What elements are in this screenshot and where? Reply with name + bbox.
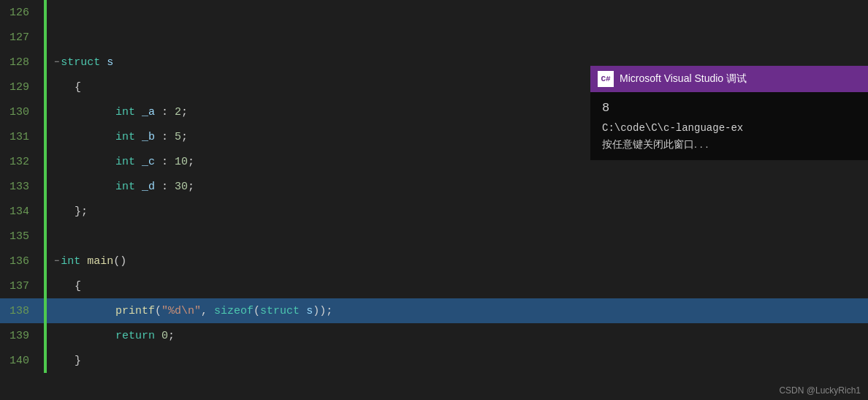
line-133: 133 int _d : 30 ; <box>0 174 868 199</box>
output-path: C:\code\C\c-language-ex <box>602 122 856 134</box>
line-127: 127 <box>0 25 868 50</box>
line-number: 134 <box>0 205 44 218</box>
line-number: 140 <box>0 355 44 367</box>
struct-ref: s <box>306 305 313 317</box>
line-number: 135 <box>0 230 44 243</box>
line-140: 140 } <box>0 348 868 373</box>
line-content: { <box>47 280 81 293</box>
line-content: int _c : 10 ; <box>47 156 194 168</box>
line-content: − struct s <box>47 56 113 69</box>
green-bar <box>44 25 47 50</box>
function-name: main <box>87 255 113 268</box>
keyword-int: int <box>115 181 135 193</box>
line-content: int _a : 2 ; <box>47 106 188 118</box>
green-bar <box>44 0 47 25</box>
field-name: _b <box>142 131 155 143</box>
field-value: 10 <box>175 156 188 168</box>
collapse-icon[interactable]: − <box>54 57 59 67</box>
open-brace: { <box>75 81 81 94</box>
field-value: 5 <box>175 131 181 143</box>
code-area: 126 127 128 − struct s 129 <box>0 0 868 400</box>
keyword-int: int <box>115 131 135 143</box>
line-number: 130 <box>0 106 44 118</box>
line-number: 132 <box>0 156 44 168</box>
field-name: _c <box>142 156 155 168</box>
line-number: 127 <box>0 31 44 44</box>
string-literal: "%d\n" <box>161 305 201 317</box>
field-name: _a <box>142 106 155 118</box>
overlay-titlebar: C# Microsoft Visual Studio 调试 <box>590 66 868 92</box>
output-number: 8 <box>602 101 856 115</box>
keyword-struct: struct <box>61 56 100 69</box>
keyword-int: int <box>115 106 135 118</box>
keyword-int: int <box>61 255 80 268</box>
line-number: 126 <box>0 7 44 19</box>
csdn-watermark: CSDN @LuckyRich1 <box>779 385 861 396</box>
green-bar <box>44 224 47 249</box>
line-number: 128 <box>0 56 44 69</box>
overlay-content: 8 C:\code\C\c-language-ex 按任意键关闭此窗口. . . <box>590 92 868 160</box>
line-content: printf ( "%d\n" , sizeof ( struct s )); <box>47 305 332 317</box>
line-number: 136 <box>0 255 44 268</box>
line-content: − int main () <box>47 255 126 268</box>
editor-container: 126 127 128 − struct s 129 <box>0 0 868 400</box>
line-number: 137 <box>0 280 44 293</box>
field-value: 2 <box>175 106 181 118</box>
open-brace-main: { <box>75 280 81 293</box>
func-printf: printf <box>115 305 155 317</box>
line-138: 138 printf ( "%d\n" , sizeof ( struct s … <box>0 298 868 323</box>
line-number: 139 <box>0 330 44 342</box>
keyword-return: return <box>115 330 155 342</box>
line-135: 135 <box>0 224 868 249</box>
line-content: } <box>47 355 81 367</box>
field-name: _d <box>142 181 155 193</box>
close-brace-struct: }; <box>75 205 88 218</box>
line-content: int _d : 30 ; <box>47 181 194 193</box>
vs-icon-text: C# <box>601 75 610 83</box>
line-content: return 0 ; <box>47 330 175 342</box>
keyword-int: int <box>115 156 135 168</box>
line-134: 134 }; <box>0 199 868 224</box>
overlay-title: Microsoft Visual Studio 调试 <box>620 72 747 86</box>
field-value: 30 <box>175 181 188 193</box>
vs-icon: C# <box>598 71 614 87</box>
struct-name: s <box>107 56 113 69</box>
line-content: int _b : 5 ; <box>47 131 188 143</box>
line-number: 129 <box>0 81 44 94</box>
overlay-panel: C# Microsoft Visual Studio 调试 8 C:\code\… <box>590 66 868 160</box>
keyword-sizeof: sizeof <box>214 305 254 317</box>
return-value: 0 <box>161 330 168 342</box>
line-137: 137 { <box>0 273 868 298</box>
line-number: 131 <box>0 131 44 143</box>
line-136: 136 − int main () <box>0 249 868 273</box>
collapse-icon[interactable]: − <box>54 256 59 266</box>
line-content: { <box>47 81 81 94</box>
line-126: 126 <box>0 0 868 25</box>
line-number: 138 <box>0 305 44 317</box>
output-prompt: 按任意键关闭此窗口. . . <box>602 138 708 150</box>
keyword-struct: struct <box>260 305 300 317</box>
line-139: 139 return 0 ; <box>0 323 868 348</box>
close-brace-main: } <box>75 355 81 367</box>
line-number: 133 <box>0 181 44 193</box>
line-content: }; <box>47 205 88 218</box>
